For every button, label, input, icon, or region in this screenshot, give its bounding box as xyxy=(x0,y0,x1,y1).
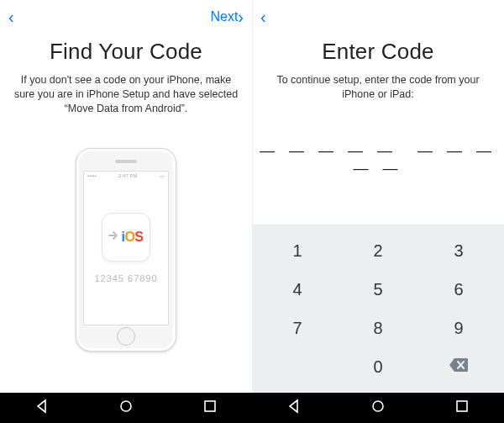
nav-recent-button[interactable] xyxy=(454,398,470,418)
nav-home-button[interactable] xyxy=(370,398,386,418)
key-6[interactable]: 6 xyxy=(418,270,499,309)
nav-recent-button[interactable] xyxy=(202,398,218,418)
navbar: ‹ xyxy=(252,0,504,34)
back-icon[interactable]: ‹ xyxy=(8,8,14,25)
key-0[interactable]: 0 xyxy=(338,347,418,386)
code-input[interactable]: — — — — — — — — — — xyxy=(252,142,504,177)
key-5[interactable]: 5 xyxy=(338,270,418,309)
page-title: Enter Code xyxy=(252,39,504,65)
key-2[interactable]: 2 xyxy=(338,231,418,270)
chevron-right-icon: › xyxy=(238,8,244,25)
numeric-keyboard: 1 2 3 4 5 6 7 8 9 0 xyxy=(252,225,504,393)
battery-icon: ▭ xyxy=(160,173,165,177)
next-label: Next xyxy=(210,9,238,24)
svg-point-0 xyxy=(121,401,131,411)
nav-home-button[interactable] xyxy=(118,398,134,418)
signal-icon: ••••• xyxy=(87,173,97,177)
home-button-icon xyxy=(117,327,135,346)
svg-point-2 xyxy=(373,401,383,411)
sample-code: 12345 67890 xyxy=(94,273,157,283)
android-nav-bar xyxy=(252,393,504,423)
key-9[interactable]: 9 xyxy=(418,309,499,347)
navbar: ‹ Next › xyxy=(0,0,252,34)
key-blank xyxy=(257,347,338,386)
back-icon[interactable]: ‹ xyxy=(260,8,266,25)
android-nav-bar xyxy=(0,393,252,423)
backspace-icon xyxy=(449,357,469,377)
enter-code-screen: ‹ Enter Code To continue setup, enter th… xyxy=(252,0,504,423)
page-description: If you don't see a code on your iPhone, … xyxy=(12,73,240,116)
arrow-right-icon xyxy=(108,230,120,245)
page-description: To continue setup, enter the code from y… xyxy=(264,73,492,102)
iphone-illustration: ••••• 2:47 PM ▭ iOS xyxy=(76,148,176,352)
svg-rect-1 xyxy=(205,401,215,411)
key-3[interactable]: 3 xyxy=(418,231,499,270)
svg-rect-3 xyxy=(457,401,467,411)
status-time: 2:47 PM xyxy=(118,173,137,177)
key-7[interactable]: 7 xyxy=(257,309,338,347)
page-title: Find Your Code xyxy=(0,39,252,65)
key-8[interactable]: 8 xyxy=(338,309,418,347)
nav-back-button[interactable] xyxy=(34,398,50,418)
nav-back-button[interactable] xyxy=(286,398,302,418)
key-1[interactable]: 1 xyxy=(257,231,338,270)
move-to-ios-icon: iOS xyxy=(102,213,150,262)
find-code-screen: ‹ Next › Find Your Code If you don't see… xyxy=(0,0,252,423)
next-button[interactable]: Next › xyxy=(210,8,244,25)
key-4[interactable]: 4 xyxy=(257,270,338,309)
key-backspace[interactable] xyxy=(418,347,499,386)
